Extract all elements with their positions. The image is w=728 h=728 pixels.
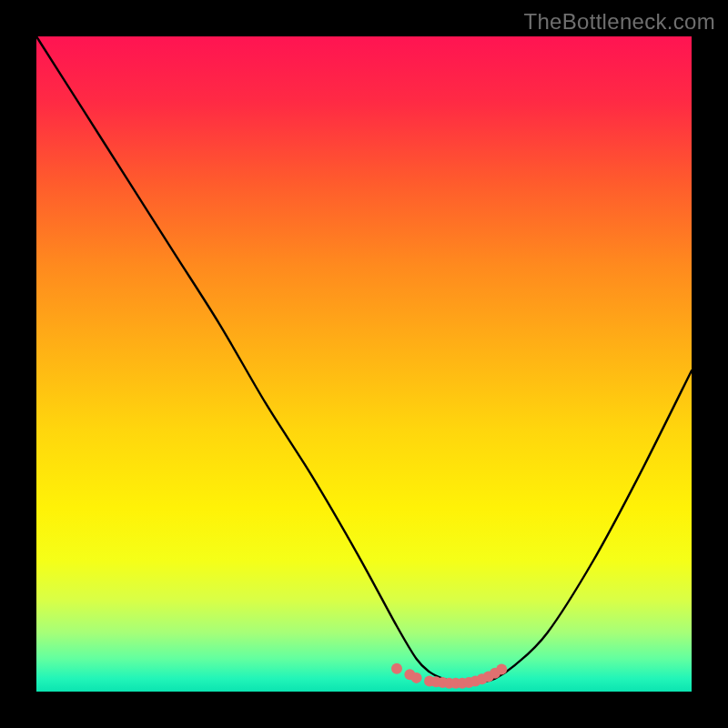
chart-frame-left (0, 0, 36, 728)
chart-frame-right (692, 0, 728, 728)
chart-basin-dot (496, 664, 507, 675)
watermark-text: TheBottleneck.com (523, 9, 715, 35)
chart-svg (36, 36, 692, 692)
chart-frame-bottom (0, 692, 728, 728)
chart-basin-dot (411, 672, 422, 683)
chart-basin-dot (391, 663, 402, 674)
image-root: TheBottleneck.com (0, 0, 728, 728)
chart-basin-dots (391, 663, 507, 689)
chart-plot-area (36, 36, 692, 692)
chart-curve (36, 36, 692, 683)
